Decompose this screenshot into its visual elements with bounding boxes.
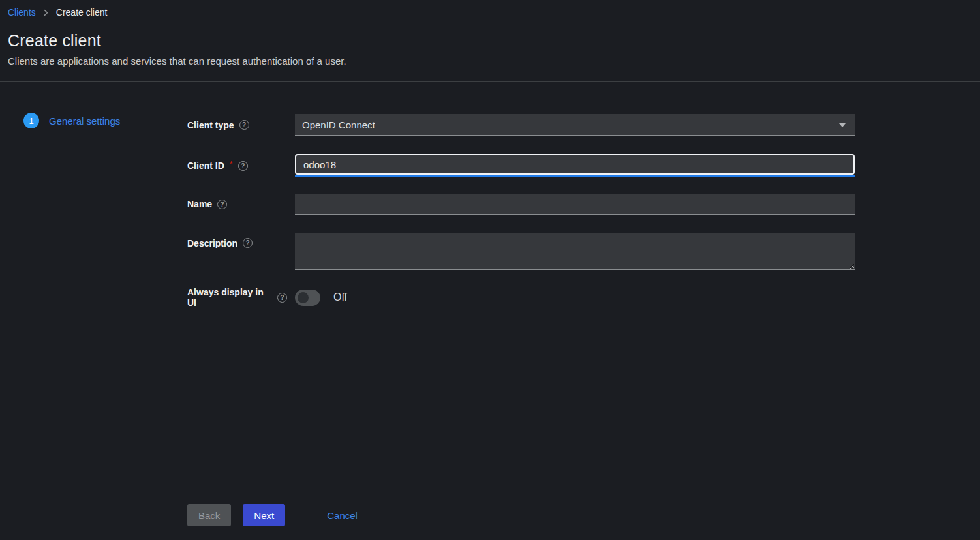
always-display-toggle[interactable] (295, 290, 320, 306)
content-area: 1 General settings Client type ? OpenID … (0, 82, 980, 540)
wizard-footer: Back Next Cancel (187, 504, 980, 526)
toggle-state-label: Off (333, 292, 347, 303)
question-circle-icon[interactable]: ? (277, 293, 287, 303)
description-label-group: Description ? (187, 233, 295, 270)
always-display-row: Always display in UI ? Off (187, 287, 980, 308)
cancel-button[interactable]: Cancel (327, 510, 358, 521)
description-textarea[interactable] (295, 233, 855, 270)
name-label-group: Name ? (187, 194, 295, 215)
page-subtitle: Clients are applications and services th… (8, 55, 970, 67)
toggle-knob (298, 292, 309, 303)
step-number-badge: 1 (23, 113, 39, 128)
breadcrumb: Clients Create client (8, 7, 970, 18)
name-row: Name ? (187, 194, 980, 215)
question-circle-icon[interactable]: ? (243, 238, 253, 248)
name-input[interactable] (295, 194, 855, 215)
client-type-row: Client type ? OpenID Connect (187, 114, 980, 136)
breadcrumb-current: Create client (56, 7, 108, 18)
back-button[interactable]: Back (187, 504, 231, 526)
wizard-step-general-settings[interactable]: 1 General settings (23, 113, 170, 128)
client-type-select[interactable]: OpenID Connect (295, 114, 855, 136)
chevron-right-icon (42, 9, 50, 16)
client-type-label-group: Client type ? (187, 114, 295, 136)
page-title: Create client (8, 31, 970, 50)
client-id-row: Client ID * ? (187, 154, 980, 177)
client-id-input[interactable] (295, 154, 855, 175)
breadcrumb-link-clients[interactable]: Clients (8, 7, 36, 18)
client-id-label: Client ID (187, 160, 224, 171)
name-label: Name (187, 199, 212, 209)
description-label: Description (187, 238, 237, 248)
description-row: Description ? (187, 233, 980, 270)
client-id-label-group: Client ID * ? (187, 154, 295, 177)
client-type-label: Client type (187, 120, 234, 130)
create-client-form: Client type ? OpenID Connect Client ID *… (170, 82, 980, 540)
page-header: Clients Create client Create client Clie… (0, 0, 980, 82)
question-circle-icon[interactable]: ? (239, 120, 249, 130)
required-asterisk: * (230, 159, 233, 169)
next-button[interactable]: Next (243, 504, 285, 526)
wizard-step-label: General settings (49, 115, 120, 127)
client-type-selected-value: OpenID Connect (302, 119, 375, 130)
focus-underline (295, 175, 855, 177)
always-display-label: Always display in UI (187, 287, 272, 308)
question-circle-icon[interactable]: ? (238, 161, 248, 171)
question-circle-icon[interactable]: ? (217, 200, 227, 209)
caret-down-icon (839, 123, 846, 127)
wizard-nav: 1 General settings (0, 98, 170, 535)
always-display-label-group: Always display in UI ? (187, 287, 295, 308)
